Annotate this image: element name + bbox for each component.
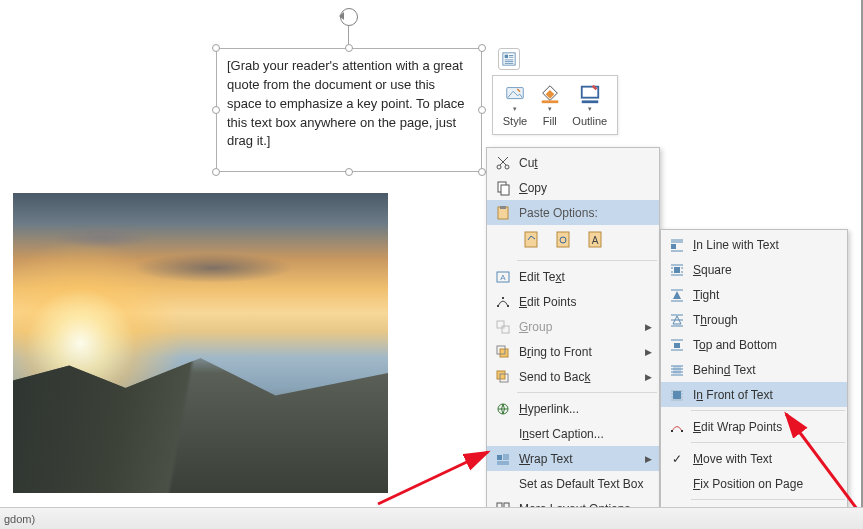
svg-rect-17 <box>525 232 537 247</box>
menu-copy[interactable]: Copy <box>487 175 659 200</box>
wrap-inline[interactable]: In Line with Text <box>661 232 847 257</box>
mini-toolbar: ▾ Style ▾ Fill ▾ Outline <box>492 75 618 135</box>
edit-points-icon <box>493 294 513 310</box>
menu-send-back[interactable]: Send to Back ▶ <box>487 364 659 389</box>
wrap-square[interactable]: Square <box>661 257 847 282</box>
menu-edit-points-label: Edit Points <box>519 295 653 309</box>
menu-set-default[interactable]: Set as Default Text Box <box>487 471 659 496</box>
wrap-text-icon <box>493 451 513 467</box>
wrap-in-front[interactable]: In Front of Text <box>661 382 847 407</box>
wrap-tight[interactable]: Tight <box>661 282 847 307</box>
wrap-move-with-text-label: Move with Text <box>693 452 841 466</box>
svg-point-12 <box>505 165 509 169</box>
status-bar: gdom) <box>0 507 863 529</box>
submenu-arrow: ▶ <box>645 454 653 464</box>
resize-handle-bm[interactable] <box>345 168 353 176</box>
menu-insert-caption[interactable]: Insert Caption... <box>487 421 659 446</box>
svg-rect-18 <box>557 232 569 247</box>
wrap-behind-icon <box>667 362 687 378</box>
dropdown-caret: ▾ <box>513 105 517 113</box>
paste-keep-source[interactable] <box>519 227 545 253</box>
wrap-inline-label: In Line with Text <box>693 238 841 252</box>
check-icon: ✓ <box>667 452 687 466</box>
menu-separator <box>691 499 845 500</box>
wrap-through-label: Through <box>693 313 841 327</box>
paste-text-only[interactable]: A <box>583 227 609 253</box>
wrap-edit-points[interactable]: Edit Wrap Points <box>661 414 847 439</box>
wrap-top-bottom[interactable]: Top and Bottom <box>661 332 847 357</box>
menu-edit-text-label: Edit Text <box>519 270 653 284</box>
resize-handle-br[interactable] <box>478 168 486 176</box>
menu-cut[interactable]: Cut <box>487 150 659 175</box>
dropdown-caret: ▾ <box>548 105 552 113</box>
style-button[interactable]: ▾ Style <box>501 81 529 129</box>
paste-merge[interactable] <box>551 227 577 253</box>
wrap-through[interactable]: Through <box>661 307 847 332</box>
wrap-move-with-text[interactable]: ✓ Move with Text <box>661 446 847 471</box>
layout-options-button[interactable] <box>498 48 520 70</box>
outline-button[interactable]: ▾ Outline <box>570 81 609 129</box>
rotate-handle[interactable] <box>340 8 358 26</box>
wrap-topbottom-icon <box>667 337 687 353</box>
fill-label: Fill <box>543 115 557 127</box>
textbox-content[interactable]: [Grab your reader's attention with a gre… <box>216 48 482 172</box>
wrap-through-icon <box>667 312 687 328</box>
menu-edit-points[interactable]: Edit Points <box>487 289 659 314</box>
menu-wrap-text[interactable]: Wrap Text ▶ <box>487 446 659 471</box>
outline-label: Outline <box>572 115 607 127</box>
wrap-fix-position-label: Fix Position on Page <box>693 477 841 491</box>
svg-rect-63 <box>674 343 680 348</box>
menu-hyperlink[interactable]: Hyperlink... <box>487 396 659 421</box>
svg-rect-65 <box>673 366 681 374</box>
wrap-behind[interactable]: Behind Text <box>661 357 847 382</box>
wrap-square-label: Square <box>693 263 841 277</box>
menu-bring-front[interactable]: Bring to Front ▶ <box>487 339 659 364</box>
svg-rect-34 <box>497 455 502 460</box>
svg-rect-31 <box>497 371 505 379</box>
wrap-behind-label: Behind Text <box>693 363 841 377</box>
menu-group: Group ▶ <box>487 314 659 339</box>
wrap-edit-points-label: Edit Wrap Points <box>693 420 841 434</box>
svg-rect-8 <box>542 100 559 103</box>
paste-icon <box>493 205 513 221</box>
svg-rect-16 <box>500 206 506 209</box>
menu-group-label: Group <box>519 320 645 334</box>
menu-insert-caption-label: Insert Caption... <box>519 427 653 441</box>
copy-icon <box>493 180 513 196</box>
menu-separator <box>517 260 657 261</box>
svg-rect-27 <box>497 321 504 328</box>
wrap-inline-icon <box>667 237 687 253</box>
menu-edit-text[interactable]: A Edit Text <box>487 264 659 289</box>
resize-handle-ml[interactable] <box>212 106 220 114</box>
menu-set-default-label: Set as Default Text Box <box>519 477 653 491</box>
svg-rect-48 <box>674 267 680 273</box>
resize-handle-tl[interactable] <box>212 44 220 52</box>
resize-handle-mr[interactable] <box>478 106 486 114</box>
svg-rect-76 <box>681 430 683 432</box>
textbox-selection[interactable]: [Grab your reader's attention with a gre… <box>216 48 482 172</box>
document-image[interactable] <box>13 193 388 493</box>
svg-rect-74 <box>673 391 681 399</box>
svg-rect-75 <box>671 430 673 432</box>
menu-separator <box>691 442 845 443</box>
context-menu: Cut Copy Paste Options: A A Edit Text Ed… <box>486 147 660 529</box>
resize-handle-tr[interactable] <box>478 44 486 52</box>
wrap-square-icon <box>667 262 687 278</box>
menu-wrap-text-label: Wrap Text <box>519 452 645 466</box>
svg-rect-1 <box>505 55 509 59</box>
svg-rect-26 <box>502 297 504 299</box>
wrap-in-front-label: In Front of Text <box>693 388 841 402</box>
edit-text-icon: A <box>493 269 513 285</box>
resize-handle-bl[interactable] <box>212 168 220 176</box>
bring-front-icon <box>493 344 513 360</box>
wrap-edit-points-icon <box>667 419 687 435</box>
wrap-tight-icon <box>667 287 687 303</box>
group-icon <box>493 319 513 335</box>
wrap-fix-position[interactable]: Fix Position on Page <box>661 471 847 496</box>
svg-rect-10 <box>582 100 599 103</box>
menu-send-back-label: Send to Back <box>519 370 645 384</box>
menu-hyperlink-label: Hyperlink... <box>519 402 653 416</box>
menu-copy-label: Copy <box>519 181 653 195</box>
resize-handle-tm[interactable] <box>345 44 353 52</box>
fill-button[interactable]: ▾ Fill <box>537 81 563 129</box>
